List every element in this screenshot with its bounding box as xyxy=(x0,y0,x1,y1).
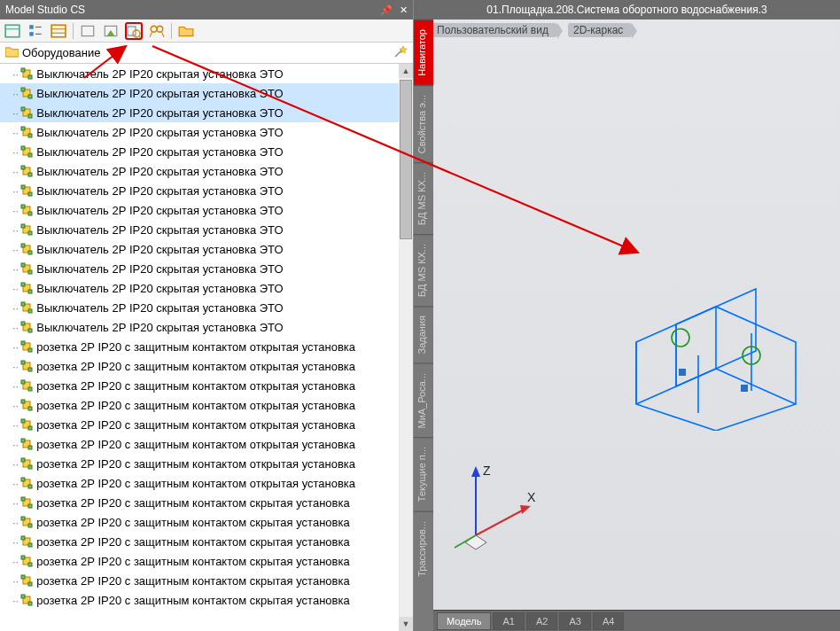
tree-item-label: розетка 2Р IP20 с защитным контактом скр… xyxy=(36,516,349,529)
tag-view[interactable]: Пользовательский вид xyxy=(432,23,557,37)
toolbar-btn-find[interactable] xyxy=(148,22,166,40)
tree-item[interactable]: ··Выключатель 2Р IP20 скрытая установка … xyxy=(0,259,399,278)
tree-item-label: розетка 2Р IP20 с защитным контактом отк… xyxy=(36,477,355,490)
equipment-icon xyxy=(20,223,33,236)
tree-item[interactable]: ··Выключатель 2Р IP20 скрытая установка … xyxy=(0,278,399,298)
tree-item[interactable]: ··розетка 2Р IP20 с защитным контактом с… xyxy=(0,571,399,590)
viewport-canvas[interactable]: Z X xyxy=(414,41,840,610)
close-icon[interactable]: ✕ xyxy=(400,4,408,16)
tree-item[interactable]: ··розетка 2Р IP20 с защитным контактом с… xyxy=(0,551,399,571)
tree-item-label: Выключатель 2Р IP20 скрытая установка ЭТ… xyxy=(36,321,283,334)
svg-rect-86 xyxy=(28,504,32,508)
svg-rect-58 xyxy=(21,322,25,325)
side-tab[interactable]: БД MS КХ... xyxy=(414,162,433,234)
pin-icon[interactable]: 📌 xyxy=(380,4,393,16)
svg-rect-9 xyxy=(82,26,94,35)
tree-item-label: Выключатель 2Р IP20 скрытая установка ЭТ… xyxy=(36,243,283,256)
tab-model[interactable]: Модель xyxy=(437,612,491,630)
equipment-icon xyxy=(20,184,33,197)
toolbar-btn-5[interactable] xyxy=(102,22,120,40)
tree-item[interactable]: ··Выключатель 2Р IP20 скрытая установка … xyxy=(0,122,399,142)
tree-item-label: розетка 2Р IP20 с защитным контактом скр… xyxy=(36,555,349,568)
tree-item[interactable]: ··розетка 2Р IP20 с защитным контактом о… xyxy=(0,356,399,376)
breadcrumb-bar: Оборудование xyxy=(0,43,413,64)
toolbar-btn-2[interactable] xyxy=(27,22,44,40)
tree-item-label: Выключатель 2Р IP20 скрытая установка ЭТ… xyxy=(36,106,283,120)
tree-item[interactable]: ··розетка 2Р IP20 с защитным контактом о… xyxy=(0,337,399,356)
svg-rect-80 xyxy=(28,465,32,469)
side-tab[interactable]: Задания xyxy=(414,306,433,362)
side-tab[interactable]: Навигатор xyxy=(414,19,433,85)
svg-rect-82 xyxy=(21,478,25,481)
tree-item[interactable]: ··розетка 2Р IP20 с защитным контактом о… xyxy=(0,434,399,454)
tab-a3[interactable]: А3 xyxy=(559,612,590,630)
toolbar-btn-insert-model[interactable] xyxy=(125,22,143,40)
tree-dash-icon: ·· xyxy=(12,340,19,354)
tree-dash-icon: ·· xyxy=(12,87,19,100)
tree-item[interactable]: ··розетка 2Р IP20 с защитным контактом о… xyxy=(0,415,399,434)
tab-a2[interactable]: А2 xyxy=(526,612,557,630)
svg-rect-92 xyxy=(28,543,32,547)
tree-item[interactable]: ··Выключатель 2Р IP20 скрытая установка … xyxy=(0,200,399,220)
side-tab[interactable]: Трассиров... xyxy=(414,511,433,586)
layout-tabs: ▦ Модель А1 А2 А3 А4 xyxy=(414,610,840,631)
tag-mode[interactable]: 2D-каркас xyxy=(568,23,632,37)
tree-item[interactable]: ··розетка 2Р IP20 с защитным контактом с… xyxy=(0,590,399,610)
tree-item[interactable]: ··розетка 2Р IP20 с защитным контактом о… xyxy=(0,473,399,493)
separator xyxy=(171,23,172,39)
tree-item[interactable]: ··Выключатель 2Р IP20 скрытая установка … xyxy=(0,103,399,122)
tree-item[interactable]: ··Выключатель 2Р IP20 скрытая установка … xyxy=(0,142,399,161)
tree-item-label: розетка 2Р IP20 с защитным контактом отк… xyxy=(36,340,355,354)
toolbar-btn-1[interactable] xyxy=(4,22,21,40)
toolbar-btn-3[interactable] xyxy=(50,22,67,40)
tree-item[interactable]: ··Выключатель 2Р IP20 скрытая установка … xyxy=(0,161,399,181)
tab-a4[interactable]: А4 xyxy=(593,612,624,630)
folder-icon xyxy=(5,46,19,60)
svg-rect-43 xyxy=(21,224,25,228)
svg-rect-85 xyxy=(21,497,25,501)
tree-item[interactable]: ··розетка 2Р IP20 с защитным контактом о… xyxy=(0,395,399,415)
scrollbar[interactable]: ▲ ▼ xyxy=(399,64,413,631)
tree-item[interactable]: ··Выключатель 2Р IP20 скрытая установка … xyxy=(0,220,399,239)
axes-gizmo[interactable]: Z X xyxy=(440,459,538,557)
tree-item-label: розетка 2Р IP20 с защитным контактом отк… xyxy=(36,379,355,393)
side-tab[interactable]: БД MS КХ... xyxy=(414,234,433,306)
tree-item[interactable]: ··Выключатель 2Р IP20 скрытая установка … xyxy=(0,181,399,200)
equipment-icon xyxy=(20,262,33,275)
tree-item[interactable]: ··Выключатель 2Р IP20 скрытая установка … xyxy=(0,317,399,337)
svg-rect-6 xyxy=(51,25,66,37)
tree-item[interactable]: ··Выключатель 2Р IP20 скрытая установка … xyxy=(0,64,399,83)
scroll-down-icon[interactable]: ▼ xyxy=(399,617,413,631)
scroll-up-icon[interactable]: ▲ xyxy=(399,64,413,78)
tree-item[interactable]: ··розетка 2Р IP20 с защитным контактом с… xyxy=(0,532,399,551)
tree-item[interactable]: ··розетка 2Р IP20 с защитным контактом с… xyxy=(0,493,399,512)
equipment-icon xyxy=(20,438,33,450)
svg-point-12 xyxy=(133,30,140,37)
tree-item[interactable]: ··розетка 2Р IP20 с защитным контактом с… xyxy=(0,512,399,532)
toolbar-btn-folder[interactable] xyxy=(177,22,195,40)
tree-item[interactable]: ··Выключатель 2Р IP20 скрытая установка … xyxy=(0,298,399,317)
svg-rect-55 xyxy=(21,302,25,306)
tree-item[interactable]: ··розетка 2Р IP20 с защитным контактом о… xyxy=(0,376,399,395)
tree-item-label: розетка 2Р IP20 с защитным контактом скр… xyxy=(36,496,349,510)
tree-item[interactable]: ··розетка 2Р IP20 с защитным контактом о… xyxy=(0,454,399,473)
doc-title: 01.Площадка.208.Система оборотного водос… xyxy=(486,4,766,16)
side-tab[interactable]: МиА_Роса... xyxy=(414,363,433,438)
side-tab[interactable]: Свойства э... xyxy=(414,85,433,162)
tree-item-label: розетка 2Р IP20 с защитным контактом отк… xyxy=(36,438,355,451)
tree-dash-icon: ·· xyxy=(12,379,19,393)
equipment-icon xyxy=(20,340,33,353)
svg-rect-41 xyxy=(28,212,32,215)
wand-icon[interactable] xyxy=(393,44,408,61)
breadcrumb-label[interactable]: Оборудование xyxy=(22,46,100,59)
scroll-thumb[interactable] xyxy=(400,80,412,239)
tree-dash-icon: ·· xyxy=(12,282,19,295)
side-tab[interactable]: Текущие п... xyxy=(414,437,433,510)
tree-dash-icon: ·· xyxy=(12,555,19,568)
tree-item[interactable]: ··Выключатель 2Р IP20 скрытая установка … xyxy=(0,239,399,259)
tab-a1[interactable]: А1 xyxy=(493,612,524,630)
tree-item[interactable]: ··Выключатель 2Р IP20 скрытая установка … xyxy=(0,83,399,103)
svg-rect-28 xyxy=(21,127,25,130)
toolbar-btn-4[interactable] xyxy=(79,22,97,40)
svg-rect-3 xyxy=(29,32,34,36)
